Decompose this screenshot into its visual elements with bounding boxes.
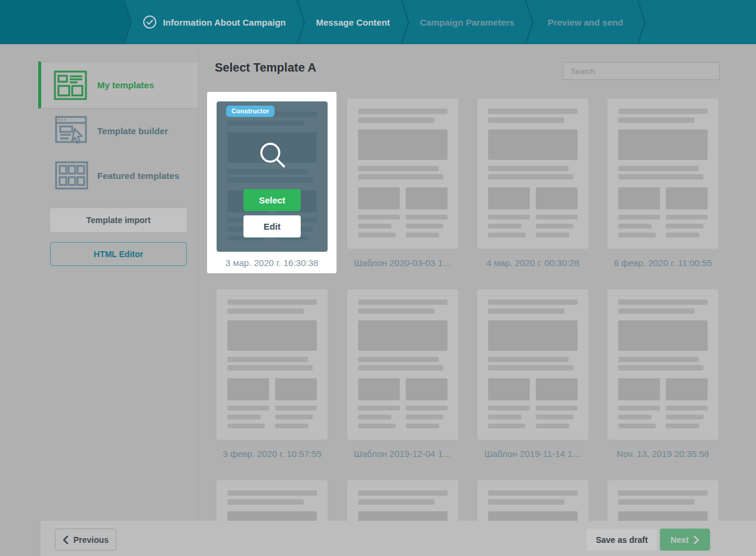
template-grid: Шаблон 2020-03-03 1… 4 мар. 2020 г. 00:3…: [0, 0, 756, 556]
skeleton-bar: [227, 490, 317, 496]
skeleton-bar: [488, 365, 573, 370]
skeleton-columns: [488, 187, 578, 242]
previous-button[interactable]: Previous: [55, 529, 116, 551]
skeleton-bar: [227, 121, 304, 126]
skeleton-image: [358, 129, 448, 160]
skeleton-image: [618, 129, 708, 160]
template-card-name: Шаблон 2019-12-04 1…: [338, 449, 468, 459]
step-message-content[interactable]: Message Content: [298, 0, 408, 44]
skeleton-bar: [618, 365, 703, 370]
skeleton-bar: [618, 308, 695, 314]
check-circle-icon: [143, 15, 157, 29]
skeleton-bar: [358, 299, 448, 305]
sidebar-divider: [198, 45, 199, 521]
skeleton-bar: [618, 118, 695, 123]
skeleton-bar: [358, 490, 448, 496]
skeleton-image: [227, 320, 317, 351]
step-navigation: Information About Campaign Message Conte…: [0, 0, 756, 44]
template-card-name: 3 мар. 2020 г. 16:30:38: [207, 258, 337, 268]
skeleton-image: [488, 320, 578, 351]
template-card[interactable]: [607, 98, 718, 249]
skeleton-bar: [358, 118, 434, 123]
template-card-name: 3 февр. 2020 г. 10:57:55: [207, 449, 337, 459]
skeleton-bar: [618, 490, 708, 496]
template-card-name: Шаблон 2020-03-03 1…: [338, 258, 468, 268]
step-segment-trailing: [638, 0, 756, 44]
skeleton-bar: [488, 299, 578, 305]
page-title: Select Template A: [215, 61, 316, 75]
skeleton-bar: [488, 490, 578, 496]
footer-bar: Previous Save as draft Next: [41, 521, 756, 556]
constructor-badge: Constructor: [226, 106, 274, 117]
template-card[interactable]: [477, 289, 588, 440]
skeleton-bar: [488, 357, 569, 362]
skeleton-columns: [618, 378, 708, 433]
template-card[interactable]: [477, 98, 588, 249]
skeleton-bar: [488, 118, 564, 123]
skeleton-bar: [358, 308, 434, 314]
search-input[interactable]: [563, 62, 720, 80]
skeleton-columns: [488, 378, 578, 433]
skeleton-image: [618, 320, 708, 351]
skeleton-bar: [227, 357, 308, 362]
skeleton-bar: [227, 177, 313, 183]
step-label: Preview and send: [548, 17, 624, 27]
step-label: Message Content: [316, 17, 390, 27]
template-card-name: 4 мар. 2020 г. 00:30:28: [468, 258, 598, 268]
skeleton-bar: [227, 299, 317, 305]
step-label: Information About Campaign: [163, 17, 286, 27]
skeleton-bar: [227, 499, 304, 505]
skeleton-bar: [227, 365, 313, 370]
skeleton-bar: [488, 308, 564, 314]
save-as-draft-button[interactable]: Save as draft: [587, 529, 657, 551]
skeleton-columns: [618, 187, 708, 242]
template-card[interactable]: [347, 98, 458, 249]
skeleton-bar: [488, 174, 573, 180]
select-template-button[interactable]: Select: [243, 189, 301, 211]
skeleton-bar: [618, 299, 708, 305]
step-label: Campaign Parameters: [420, 17, 514, 27]
template-card[interactable]: [347, 289, 458, 440]
edit-template-button[interactable]: Edit: [243, 215, 301, 237]
chevron-left-icon: [63, 536, 69, 544]
chevron-right-icon: [693, 536, 699, 544]
skeleton-bar: [488, 499, 564, 505]
skeleton-bar: [358, 166, 439, 171]
next-button-label: Next: [671, 535, 689, 545]
skeleton-bar: [227, 308, 304, 314]
next-button[interactable]: Next: [660, 529, 710, 551]
skeleton-columns: [358, 378, 448, 433]
skeleton-bar: [358, 174, 443, 180]
skeleton-columns: [358, 187, 448, 242]
step-information-about-campaign[interactable]: Information About Campaign: [125, 0, 304, 44]
template-card-name: Шаблон 2019-11-14 1…: [468, 449, 598, 459]
template-card-highlighted[interactable]: Constructor Select Edit: [217, 101, 328, 252]
zoom-icon: [257, 140, 288, 173]
template-card-name: 6 февр. 2020 г. 11:00:55: [598, 258, 728, 268]
skeleton-bar: [358, 357, 439, 362]
step-campaign-parameters[interactable]: Campaign Parameters: [402, 0, 532, 44]
template-card-name: Nov. 13, 2019 20:35:58: [598, 449, 728, 459]
skeleton-bar: [358, 499, 434, 505]
skeleton-bar: [618, 109, 708, 114]
step-preview-and-send[interactable]: Preview and send: [526, 0, 644, 44]
step-segment-empty: [0, 0, 131, 44]
skeleton-image: [488, 129, 578, 160]
skeleton-bar: [618, 174, 703, 180]
skeleton-bar: [488, 109, 578, 114]
previous-button-label: Previous: [73, 535, 109, 545]
skeleton-bar: [618, 499, 695, 505]
template-card[interactable]: [607, 289, 718, 440]
template-card[interactable]: [217, 289, 328, 440]
skeleton-bar: [488, 166, 569, 171]
skeleton-image: [358, 320, 448, 351]
skeleton-bar: [618, 357, 699, 362]
skeleton-columns: [227, 378, 317, 433]
skeleton-bar: [618, 166, 699, 171]
campaign-template-page: Information About Campaign Message Conte…: [0, 0, 756, 556]
skeleton-bar: [358, 365, 443, 370]
skeleton-bar: [358, 109, 448, 114]
